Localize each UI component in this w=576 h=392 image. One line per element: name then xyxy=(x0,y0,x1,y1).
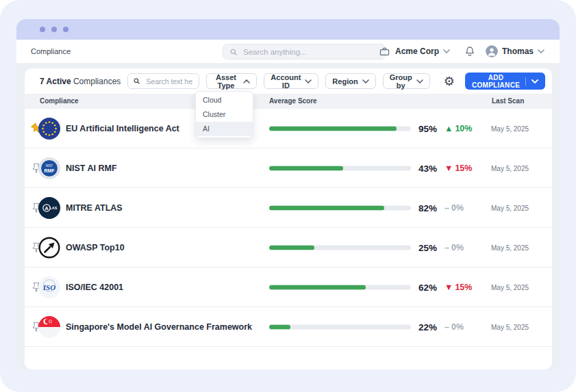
score-delta: ▼15% xyxy=(444,164,472,173)
header-average-score: Average Score xyxy=(269,94,317,109)
delta-arrow-icon: – xyxy=(444,203,449,213)
owasp-icon xyxy=(38,237,60,259)
chevron-down-icon xyxy=(305,79,312,83)
score-value: 43% xyxy=(401,163,437,173)
last-scan-date: May 5, 2025 xyxy=(491,283,529,291)
svg-text:NIST: NIST xyxy=(46,164,53,167)
search-icon xyxy=(229,48,238,56)
menu-item-cloud[interactable]: Cloud xyxy=(196,93,253,107)
active-compliance-count: 7 Active Compliances xyxy=(40,77,121,86)
chevron-down-icon xyxy=(531,79,538,83)
mitre-atlas-icon: ALAS xyxy=(38,197,60,219)
header-compliance: Compliance xyxy=(40,94,79,109)
user-menu[interactable]: Thomas xyxy=(502,47,534,56)
search-icon xyxy=(133,77,140,85)
menu-item-cluster[interactable]: Cluster xyxy=(196,107,253,122)
table-row[interactable]: ALAS MITRE ATLAS 82% –0% May 5, 2025 xyxy=(25,188,552,228)
eu-flag-icon xyxy=(38,118,60,140)
score-progress-bar xyxy=(269,205,411,210)
top-navigation-bar: Compliance Acme Corp Thomas xyxy=(16,40,560,64)
last-scan-date: May 5, 2025 xyxy=(491,164,529,172)
compliance-name: OWASP Top10 xyxy=(66,243,125,252)
briefcase-icon xyxy=(379,46,390,57)
svg-text:LAS: LAS xyxy=(50,206,58,210)
table-search-input[interactable] xyxy=(145,77,193,86)
score-progress-bar xyxy=(269,166,411,170)
compliance-name: EU Artificial Intelligence Act xyxy=(66,124,179,133)
filter-toolbar: 7 Active Compliances Asset Type Account … xyxy=(25,68,552,94)
browser-chrome-bar xyxy=(16,19,560,40)
global-search-input[interactable] xyxy=(242,47,379,57)
svg-text:A: A xyxy=(45,205,49,211)
filter-group-by[interactable]: Group by xyxy=(383,73,430,89)
svg-text:RMF: RMF xyxy=(44,168,55,172)
header-last-scan: Last Scan xyxy=(492,94,524,109)
table-row[interactable]: EU Artificial Intelligence Act 95% ▲10% … xyxy=(25,109,552,148)
last-scan-date: May 5, 2025 xyxy=(491,244,529,251)
score-value: 22% xyxy=(401,322,437,332)
compliance-name: NIST AI RMF xyxy=(66,164,117,173)
window-control-dot xyxy=(40,27,45,32)
score-delta: –0% xyxy=(444,203,464,213)
chevron-down-icon xyxy=(362,79,369,83)
last-scan-date: May 5, 2025 xyxy=(491,125,529,132)
breadcrumb: Compliance xyxy=(31,40,71,64)
score-progress-bar xyxy=(269,324,411,329)
compliance-name: MITRE ATLAS xyxy=(66,203,123,213)
last-scan-date: May 5, 2025 xyxy=(491,323,529,330)
last-scan-date: May 5, 2025 xyxy=(491,204,529,211)
compliance-table-body: EU Artificial Intelligence Act 95% ▲10% … xyxy=(25,109,552,347)
asset-type-dropdown-menu: CloudClusterAI xyxy=(195,91,253,138)
global-search[interactable] xyxy=(223,44,386,60)
delta-arrow-icon: ▲ xyxy=(444,124,453,133)
chevron-down-icon xyxy=(416,79,423,83)
score-delta: –0% xyxy=(444,243,464,252)
compliance-name: Singapore's Model AI Governance Framewor… xyxy=(66,322,252,332)
score-delta: ▼15% xyxy=(444,283,472,292)
score-progress-bar xyxy=(269,245,411,250)
topbar-right-cluster: Acme Corp Thomas xyxy=(379,40,560,63)
chevron-down-icon[interactable] xyxy=(538,49,544,53)
chevron-up-icon xyxy=(243,79,250,83)
table-row[interactable]: ISO ISO/IEC 42001 62% ▼15% May 5, 2025 xyxy=(25,267,552,307)
score-value: 25% xyxy=(401,242,437,252)
org-selector[interactable]: Acme Corp xyxy=(395,47,439,56)
singapore-icon xyxy=(38,316,60,338)
filter-account-id[interactable]: Account ID xyxy=(264,73,318,89)
bell-icon[interactable] xyxy=(464,45,476,57)
chevron-down-icon[interactable] xyxy=(443,49,450,53)
delta-arrow-icon: – xyxy=(444,322,449,332)
app-window: Compliance Acme Corp Thomas 7 Active Com… xyxy=(0,0,576,392)
score-delta: –0% xyxy=(444,322,464,332)
table-row[interactable]: OWASP Top10 25% –0% May 5, 2025 xyxy=(25,228,552,267)
table-header: Compliance Average Score Last Scan xyxy=(25,94,552,109)
main-content: 7 Active Compliances Asset Type Account … xyxy=(16,64,560,369)
svg-text:ISO: ISO xyxy=(42,283,55,291)
table-search[interactable] xyxy=(127,73,199,89)
table-row[interactable]: NISTRMF NIST AI RMF 43% ▼15% May 5, 2025 xyxy=(25,148,552,188)
delta-arrow-icon: – xyxy=(444,243,449,252)
delta-arrow-icon: ▼ xyxy=(444,283,453,292)
menu-item-ai[interactable]: AI xyxy=(196,122,253,136)
window-control-dot xyxy=(63,27,68,32)
score-progress-bar xyxy=(269,285,411,289)
iso-icon: ISO xyxy=(38,276,60,298)
score-value: 62% xyxy=(401,282,437,292)
nist-rmf-icon: NISTRMF xyxy=(38,157,60,179)
compliance-card: 7 Active Compliances Asset Type Account … xyxy=(25,68,552,369)
score-value: 82% xyxy=(401,202,437,213)
compliance-name: ISO/IEC 42001 xyxy=(66,283,123,292)
table-row[interactable]: Singapore's Model AI Governance Framewor… xyxy=(25,307,552,347)
user-avatar-icon[interactable] xyxy=(486,45,498,57)
gear-icon[interactable]: ⚙ xyxy=(444,75,455,88)
score-delta: ▲10% xyxy=(444,124,472,133)
score-progress-bar xyxy=(269,126,411,131)
add-compliance-button[interactable]: ADD COMPLIANCE xyxy=(465,73,545,90)
score-value: 95% xyxy=(401,123,437,133)
filter-asset-type[interactable]: Asset Type xyxy=(206,73,258,89)
delta-arrow-icon: ▼ xyxy=(444,164,453,173)
window-control-dot xyxy=(51,27,57,32)
filter-region[interactable]: Region xyxy=(325,73,375,89)
